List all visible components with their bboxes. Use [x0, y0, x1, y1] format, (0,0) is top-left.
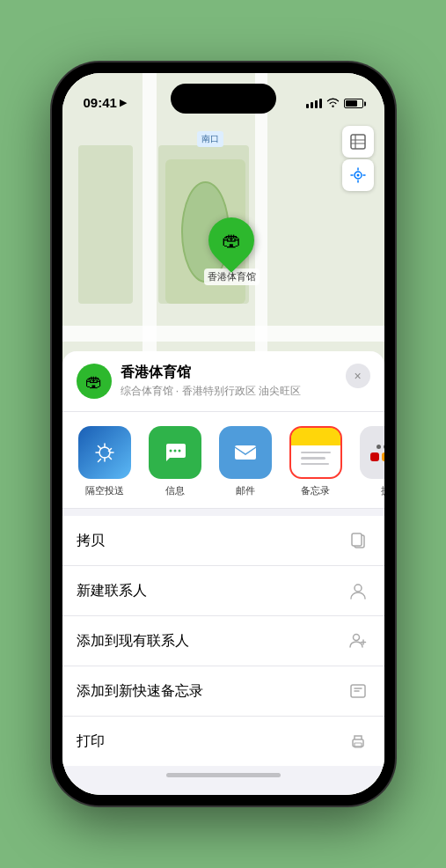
status-time: 09:41: [84, 95, 117, 110]
battery-icon: [344, 99, 363, 108]
mail-icon: [219, 426, 272, 479]
place-icon: 🏟: [77, 364, 112, 399]
svg-point-10: [355, 585, 362, 592]
action-new-contact[interactable]: 新建联系人: [62, 566, 384, 616]
more-label: 提: [381, 484, 384, 497]
bottom-sheet: 🏟 香港体育馆 综合体育馆 · 香港特别行政区 油尖旺区 ×: [62, 351, 384, 795]
map-label-nk: 南口: [197, 131, 223, 147]
share-item-mail[interactable]: 邮件: [217, 426, 274, 497]
action-add-contact[interactable]: 添加到现有联系人: [62, 616, 384, 666]
location-marker: 🏟 香港体育馆: [204, 217, 260, 285]
airdrop-icon: [78, 426, 131, 479]
dynamic-island: [171, 84, 276, 114]
action-copy-label: 拷贝: [77, 532, 105, 550]
notes-icon: [289, 426, 342, 479]
add-contact-icon: [346, 629, 370, 653]
status-icons: [306, 97, 363, 110]
messages-icon: [149, 426, 201, 479]
share-item-notes[interactable]: 备忘录: [288, 426, 344, 497]
action-list: 拷贝 新建联系人: [62, 516, 384, 766]
svg-point-5: [173, 450, 176, 452]
action-quick-note-label: 添加到新快速备忘录: [77, 682, 203, 701]
more-icon: [360, 426, 384, 479]
place-card: 🏟 香港体育馆 综合体育馆 · 香港特别行政区 油尖旺区 ×: [62, 351, 384, 412]
marker-pin: 🏟: [199, 208, 264, 273]
notes-label: 备忘录: [301, 484, 330, 497]
share-item-messages[interactable]: 信息: [147, 426, 203, 497]
share-item-more[interactable]: 提: [358, 426, 384, 497]
print-icon: [346, 729, 370, 754]
svg-point-6: [178, 450, 180, 452]
action-new-contact-label: 新建联系人: [77, 582, 147, 600]
airdrop-label: 隔空投送: [85, 484, 124, 497]
svg-point-4: [169, 450, 172, 452]
action-print[interactable]: 打印: [62, 717, 384, 766]
phone-frame: 09:41 ▶: [52, 63, 395, 805]
quick-note-icon: [346, 679, 370, 703]
mail-label: 邮件: [236, 484, 255, 497]
marker-pin-icon: 🏟: [222, 229, 241, 252]
place-subtitle: 综合体育馆 · 香港特别行政区 油尖旺区: [121, 384, 337, 399]
svg-rect-9: [352, 533, 362, 546]
wifi-icon: [326, 97, 340, 110]
close-button[interactable]: ×: [346, 364, 370, 388]
location-indicator: ▶: [120, 97, 127, 108]
share-item-airdrop[interactable]: 隔空投送: [77, 426, 133, 497]
place-name: 香港体育馆: [121, 364, 337, 382]
copy-icon: [346, 528, 370, 553]
map-controls: [342, 126, 374, 191]
svg-point-11: [353, 635, 359, 641]
home-indicator: [166, 773, 281, 777]
location-button[interactable]: [342, 159, 374, 191]
new-contact-icon: [346, 578, 370, 603]
map-type-button[interactable]: [342, 126, 374, 158]
action-quick-note[interactable]: 添加到新快速备忘录: [62, 666, 384, 717]
action-add-contact-label: 添加到现有联系人: [77, 632, 189, 651]
messages-label: 信息: [165, 484, 185, 497]
phone-screen: 09:41 ▶: [62, 73, 384, 795]
share-row: 隔空投送 信息: [62, 412, 384, 509]
action-print-label: 打印: [77, 732, 105, 751]
place-info: 香港体育馆 综合体育馆 · 香港特别行政区 油尖旺区: [121, 364, 337, 399]
svg-point-2: [356, 174, 359, 177]
signal-bars: [306, 99, 322, 108]
action-copy[interactable]: 拷贝: [62, 516, 384, 566]
svg-rect-0: [351, 135, 365, 149]
svg-rect-7: [235, 445, 256, 460]
